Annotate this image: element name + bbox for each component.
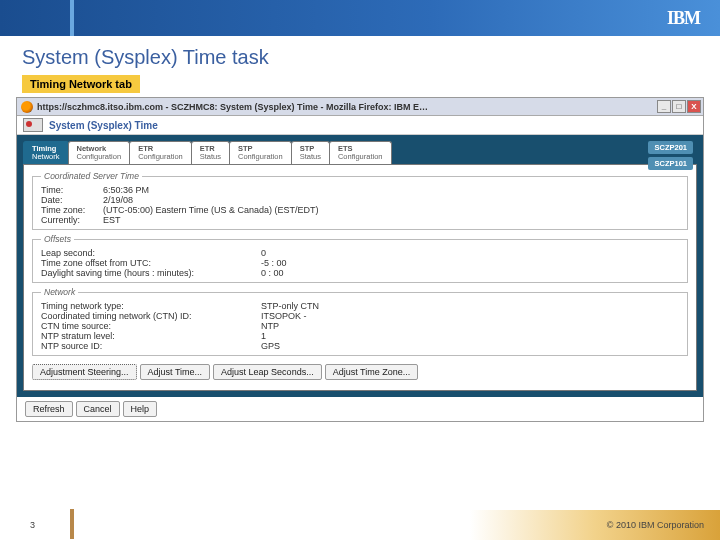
label: Currently: xyxy=(41,215,103,225)
adjust-time-button[interactable]: Adjust Time... xyxy=(140,364,211,380)
cancel-button[interactable]: Cancel xyxy=(76,401,120,417)
tab-timing-network[interactable]: Timing Network xyxy=(23,141,69,164)
action-button-row: Adjustment Steering... Adjust Time... Ad… xyxy=(32,362,688,382)
tab-etr-config[interactable]: ETR Configuration xyxy=(129,141,192,164)
value: GPS xyxy=(261,341,280,351)
label: Daylight saving time (hours : minutes): xyxy=(41,268,261,278)
adjust-leap-seconds-button[interactable]: Adjust Leap Seconds... xyxy=(213,364,322,380)
maximize-button[interactable]: □ xyxy=(672,100,686,113)
system-label[interactable]: SCZP201 xyxy=(648,141,693,154)
refresh-button[interactable]: Refresh xyxy=(25,401,73,417)
page-header: IBM xyxy=(0,0,720,36)
row-ctn-id: Coordinated timing network (CTN) ID:ITSO… xyxy=(41,311,679,321)
browser-window: https://sczhmc8.itso.ibm.com - SCZHMC8: … xyxy=(16,97,704,422)
page-number: 3 xyxy=(30,520,35,530)
tab-label: Network xyxy=(32,153,60,161)
value: 0 : 00 xyxy=(261,268,284,278)
footer: 3 © 2010 IBM Corporation xyxy=(0,510,720,540)
ibm-logo: IBM xyxy=(667,8,700,29)
label: NTP source ID: xyxy=(41,341,261,351)
label: Time zone: xyxy=(41,205,103,215)
row-timezone: Time zone:(UTC-05:00) Eastern Time (US &… xyxy=(41,205,679,215)
sysplex-header: System (Sysplex) Time xyxy=(17,116,703,135)
network-group: Network Timing network type:STP-only CTN… xyxy=(32,287,688,356)
tab-label: Configuration xyxy=(338,153,383,161)
label: Timing network type: xyxy=(41,301,261,311)
adjust-time-zone-button[interactable]: Adjust Time Zone... xyxy=(325,364,419,380)
tab-label: Configuration xyxy=(138,153,183,161)
tab-stp-status[interactable]: STP Status xyxy=(291,141,330,164)
browser-title-text: https://sczhmc8.itso.ibm.com - SCZHMC8: … xyxy=(37,102,653,112)
value: (UTC-05:00) Eastern Time (US & Canada) (… xyxy=(103,205,319,215)
row-stratum: NTP stratum level:1 xyxy=(41,331,679,341)
value: -5 : 00 xyxy=(261,258,287,268)
tab-bar: Timing Network Network Configuration ETR… xyxy=(23,141,697,164)
group-legend: Coordinated Server Time xyxy=(41,171,142,181)
server-time-group: Coordinated Server Time Time:6:50:36 PM … xyxy=(32,171,688,230)
value: 1 xyxy=(261,331,266,341)
tab-etr-status[interactable]: ETR Status xyxy=(191,141,230,164)
tab-label: Status xyxy=(200,153,221,161)
system-labels: SCZP201 SCZP101 xyxy=(648,141,693,170)
group-legend: Network xyxy=(41,287,78,297)
bottom-button-row: Refresh Cancel Help xyxy=(17,397,703,421)
tabs-area: Timing Network Network Configuration ETR… xyxy=(23,141,697,391)
value: NTP xyxy=(261,321,279,331)
sysplex-title: System (Sysplex) Time xyxy=(49,120,158,131)
row-ntp-source: NTP source ID:GPS xyxy=(41,341,679,351)
value: EST xyxy=(103,215,121,225)
group-legend: Offsets xyxy=(41,234,74,244)
offsets-group: Offsets Leap second:0 Time zone offset f… xyxy=(32,234,688,283)
browser-titlebar: https://sczhmc8.itso.ibm.com - SCZHMC8: … xyxy=(17,98,703,116)
content-frame: Timing Network Network Configuration ETR… xyxy=(17,135,703,397)
row-time: Time:6:50:36 PM xyxy=(41,185,679,195)
row-network-type: Timing network type:STP-only CTN xyxy=(41,301,679,311)
tab-content: Coordinated Server Time Time:6:50:36 PM … xyxy=(23,164,697,391)
value: ITSOPOK - xyxy=(261,311,307,321)
value: STP-only CTN xyxy=(261,301,319,311)
row-time-source: CTN time source:NTP xyxy=(41,321,679,331)
tab-label: Configuration xyxy=(77,153,122,161)
tab-stp-config[interactable]: STP Configuration xyxy=(229,141,292,164)
tab-network-config[interactable]: Network Configuration xyxy=(68,141,131,164)
label: Coordinated timing network (CTN) ID: xyxy=(41,311,261,321)
window-buttons: _ □ X xyxy=(657,100,701,113)
minimize-button[interactable]: _ xyxy=(657,100,671,113)
value: 0 xyxy=(261,248,266,258)
value: 2/19/08 xyxy=(103,195,133,205)
page-title: System (Sysplex) Time task xyxy=(22,46,720,69)
label: CTN time source: xyxy=(41,321,261,331)
row-utc-offset: Time zone offset from UTC:-5 : 00 xyxy=(41,258,679,268)
tab-label: Configuration xyxy=(238,153,283,161)
value: 6:50:36 PM xyxy=(103,185,149,195)
row-date: Date:2/19/08 xyxy=(41,195,679,205)
label: Leap second: xyxy=(41,248,261,258)
label: Time: xyxy=(41,185,103,195)
row-dst: Daylight saving time (hours : minutes):0… xyxy=(41,268,679,278)
header-divider xyxy=(70,0,74,36)
row-leap-second: Leap second:0 xyxy=(41,248,679,258)
firefox-icon xyxy=(21,101,33,113)
copyright: © 2010 IBM Corporation xyxy=(607,520,704,530)
help-button[interactable]: Help xyxy=(123,401,158,417)
label: NTP stratum level: xyxy=(41,331,261,341)
tab-ets-config[interactable]: ETS Configuration xyxy=(329,141,392,164)
page-subtitle: Timing Network tab xyxy=(22,75,140,93)
adjustment-steering-button[interactable]: Adjustment Steering... xyxy=(32,364,137,380)
sysplex-icon xyxy=(23,118,43,132)
row-currently: Currently:EST xyxy=(41,215,679,225)
close-button[interactable]: X xyxy=(687,100,701,113)
label: Date: xyxy=(41,195,103,205)
system-label[interactable]: SCZP101 xyxy=(648,157,693,170)
label: Time zone offset from UTC: xyxy=(41,258,261,268)
tab-label: Status xyxy=(300,153,321,161)
